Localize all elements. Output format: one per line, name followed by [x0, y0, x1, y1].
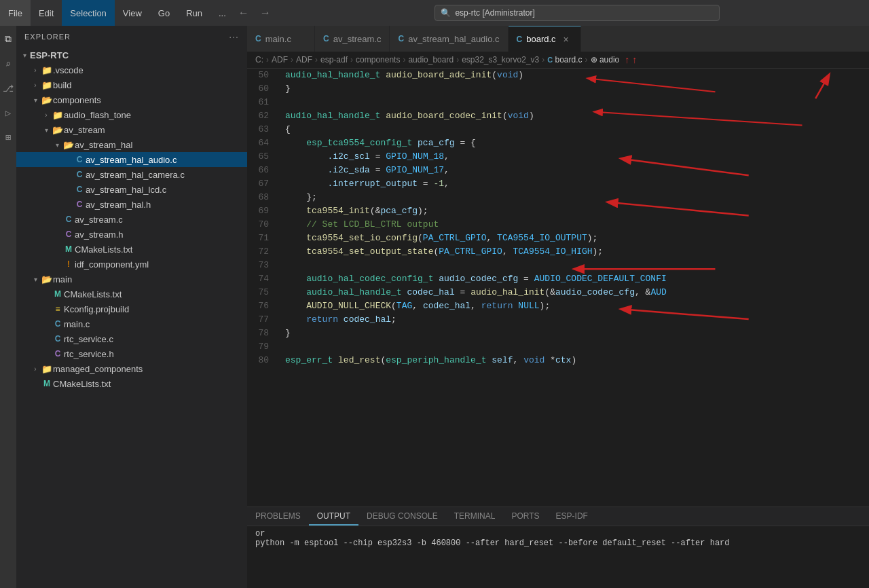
menu-edit[interactable]: Edit	[31, 0, 62, 26]
code-line-68: 68 };	[247, 191, 869, 204]
menu-selection[interactable]: Selection	[62, 0, 114, 26]
editor-area: C main.c C av_stream.c C av_stream_hal_a…	[247, 26, 869, 588]
sidebar-item-label: CMakeLists.txt	[64, 289, 247, 299]
breadcrumb-sep: ›	[350, 55, 353, 65]
sidebar-item-av-stream[interactable]: ▾ 📂 av_stream	[16, 122, 247, 137]
activity-debug-icon[interactable]: ▷	[0, 105, 16, 121]
breadcrumb-audio-symbol[interactable]: ⊕ audio	[591, 55, 620, 65]
breadcrumb-sep: ›	[266, 55, 269, 65]
sidebar-item-label: av_stream.c	[75, 215, 247, 225]
breadcrumb-up-arrow[interactable]: ↑	[625, 54, 629, 65]
code-line-77: 77 return codec_hal;	[247, 313, 869, 327]
sidebar-item-label: audio_flash_tone	[64, 110, 247, 120]
sidebar-item-av-stream-hal-camera-c[interactable]: C av_stream_hal_camera.c	[16, 167, 247, 182]
activity-extensions-icon[interactable]: ⊞	[0, 129, 16, 145]
breadcrumb-sep: ›	[315, 55, 318, 65]
panel-tab-terminal[interactable]: TERMINAL	[446, 507, 504, 526]
chevron-right-icon: ›	[30, 81, 41, 89]
c-icon: C	[398, 34, 404, 43]
sidebar-item-idf-component[interactable]: ! idf_component.yml	[16, 257, 247, 272]
code-line-61: 61	[247, 96, 869, 109]
sidebar-item-cmakelists-av[interactable]: M CMakeLists.txt	[16, 242, 247, 257]
breadcrumb-board-c[interactable]: C board.c	[547, 55, 582, 65]
sidebar-item-av-stream-h[interactable]: C av_stream.h	[16, 227, 247, 242]
sidebar-more-icon[interactable]: ···	[229, 31, 239, 42]
activity-git-icon[interactable]: ⎇	[0, 80, 16, 96]
line-number: 70	[247, 218, 280, 232]
code-editor[interactable]: 50 audio_hal_handle_t audio_board_adc_in…	[247, 69, 869, 507]
panel-tab-debug-console[interactable]: DEBUG CONSOLE	[358, 507, 446, 526]
sidebar-item-av-stream-hal-lcd-c[interactable]: C av_stream_hal_lcd.c	[16, 182, 247, 197]
sidebar-item-kconfig[interactable]: ≡ Kconfig.projbuild	[16, 301, 247, 316]
code-line-79: 79	[247, 340, 869, 354]
breadcrumb-c-drive[interactable]: C:	[255, 55, 263, 65]
sidebar-item-av-stream-hal[interactable]: ▾ 📂 av_stream_hal	[16, 137, 247, 152]
sidebar-item-label: components	[53, 95, 247, 105]
sidebar-item-build[interactable]: › 📁 build	[16, 77, 247, 92]
sidebar-item-av-stream-hal-audio-c[interactable]: C av_stream_hal_audio.c	[16, 152, 247, 167]
menu-view[interactable]: View	[115, 0, 150, 26]
panel-tab-problems[interactable]: PROBLEMS	[247, 507, 309, 526]
tab-close-button[interactable]: ×	[560, 33, 572, 45]
cmake-file-icon: M	[62, 244, 75, 254]
code-line-64: 64 esp_tca9554_config_t pca_cfg = {	[247, 136, 869, 150]
sidebar-item-label: .vscode	[53, 65, 247, 75]
sidebar-item-av-stream-hal-h[interactable]: C av_stream_hal.h	[16, 197, 247, 212]
c-file-icon: C	[62, 215, 75, 224]
line-number: 79	[247, 340, 280, 354]
panel-tab-output[interactable]: OUTPUT	[309, 507, 358, 526]
menu-go[interactable]: Go	[150, 0, 178, 26]
sidebar-item-managed-components[interactable]: › 📁 managed_components	[16, 361, 247, 376]
tab-av-stream-c[interactable]: C av_stream.c	[315, 26, 390, 52]
menu-file[interactable]: File	[0, 0, 31, 26]
breadcrumb-components[interactable]: components	[356, 55, 400, 65]
line-content: audio_hal_handle_t codec_hal = audio_hal…	[280, 286, 869, 299]
sidebar-item-label: rtc_service.c	[64, 334, 247, 344]
sidebar-header-actions: ···	[229, 31, 239, 42]
breadcrumb-board-name[interactable]: esp32_s3_korvo2_v3	[462, 55, 539, 65]
tab-board-c[interactable]: C board.c ×	[509, 26, 581, 52]
activity-explorer-icon[interactable]: ⧉	[0, 31, 16, 48]
breadcrumb-up-arrow2[interactable]: ↑	[632, 54, 637, 65]
tab-main-c[interactable]: C main.c	[247, 26, 315, 52]
sidebar-item-components[interactable]: ▾ 📂 components	[16, 92, 247, 107]
sidebar-item-vscode[interactable]: › 📁 .vscode	[16, 62, 247, 77]
sidebar-item-rtc-service-h[interactable]: C rtc_service.h	[16, 346, 247, 361]
titlebar: File Edit Selection View Go Run ... ← → …	[0, 0, 869, 26]
panel-tab-esp-idf[interactable]: ESP-IDF	[548, 507, 596, 526]
line-content: }	[280, 82, 869, 96]
nav-back-button[interactable]: ←	[234, 5, 253, 20]
sidebar-item-label: av_stream	[64, 125, 247, 135]
panel-tab-ports[interactable]: PORTS	[503, 507, 547, 526]
search-box[interactable]: 🔍 esp-rtc [Administrator]	[434, 5, 720, 21]
activity-search-icon[interactable]: ⌕	[0, 56, 16, 72]
code-line-72: 72 tca9554_set_output_state(PA_CTRL_GPIO…	[247, 245, 869, 259]
line-number: 71	[247, 232, 280, 245]
sidebar-item-cmakelists-root[interactable]: M CMakeLists.txt	[16, 376, 247, 391]
idf-file-icon: !	[62, 259, 75, 269]
menu-run[interactable]: Run	[178, 0, 210, 26]
tab-av-stream-hal-audio-c[interactable]: C av_stream_hal_audio.c	[390, 26, 508, 52]
sidebar-item-cmakelists-main[interactable]: M CMakeLists.txt	[16, 287, 247, 301]
sidebar-item-main[interactable]: ▾ 📂 main	[16, 272, 247, 287]
sidebar-item-label: idf_component.yml	[75, 259, 247, 270]
sidebar-item-av-stream-c[interactable]: C av_stream.c	[16, 212, 247, 227]
chevron-down-icon: ▾	[30, 96, 41, 104]
line-number: 69	[247, 204, 280, 218]
sidebar-item-esp-rtc[interactable]: ▾ ESP-RTC	[16, 48, 247, 62]
nav-forward-button[interactable]: →	[256, 5, 275, 20]
chevron-right-icon: ›	[30, 67, 41, 74]
sidebar-item-audio-flash-tone[interactable]: › 📁 audio_flash_tone	[16, 107, 247, 122]
sidebar-item-rtc-service-c[interactable]: C rtc_service.c	[16, 331, 247, 346]
line-content: .i2c_sda = GPIO_NUM_17,	[280, 164, 869, 177]
sidebar-item-main-c[interactable]: C main.c	[16, 316, 247, 331]
breadcrumb-adf1[interactable]: ADF	[272, 55, 288, 65]
breadcrumb-adf2[interactable]: ADF	[296, 55, 312, 65]
line-number: 73	[247, 259, 280, 272]
cmake-file-icon: M	[52, 289, 64, 299]
breadcrumb-audio-board[interactable]: audio_board	[408, 55, 454, 65]
menu-more[interactable]: ...	[210, 0, 234, 26]
breadcrumb-esp-adf[interactable]: esp-adf	[320, 55, 348, 65]
code-lines: 50 audio_hal_handle_t audio_board_adc_in…	[247, 69, 869, 381]
line-number: 74	[247, 272, 280, 286]
